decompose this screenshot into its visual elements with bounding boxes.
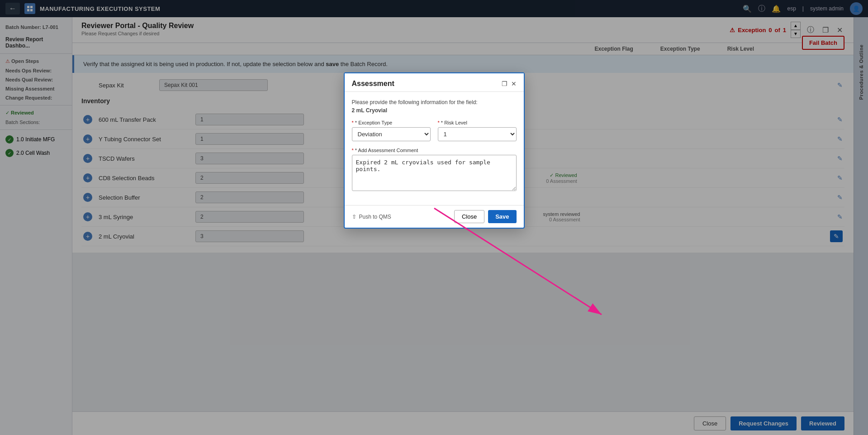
comment-textarea[interactable]: Expired 2 mL cryovials used for sample p… <box>352 155 517 191</box>
comment-group: * * Add Assessment Comment Expired 2 mL … <box>352 148 517 192</box>
modal-save-button[interactable]: Save <box>488 210 516 223</box>
form-row-1: * * Exception Type Deviation Out of Spec… <box>352 120 517 141</box>
upload-icon: ⇧ <box>352 214 356 220</box>
modal-footer-buttons: Close Save <box>454 210 517 223</box>
exception-type-group: * * Exception Type Deviation Out of Spec… <box>352 120 431 141</box>
modal-expand-btn[interactable]: ❐ <box>502 80 508 87</box>
modal-footer: ⇧ Push to QMS Close Save <box>345 205 524 228</box>
modal-header-icons: ❐ ✕ <box>502 80 517 87</box>
modal-header: Assessment ❐ ✕ <box>345 73 524 92</box>
risk-level-select[interactable]: 1 2 3 4 5 <box>438 127 517 141</box>
modal-close-button[interactable]: Close <box>454 210 484 223</box>
push-to-qms[interactable]: ⇧ Push to QMS <box>352 214 391 220</box>
push-qms-label: Push to QMS <box>359 214 391 220</box>
modal-description: Please provide the following information… <box>352 98 517 115</box>
risk-level-group: * * Risk Level 1 2 3 4 5 <box>438 120 517 141</box>
modal-body: Please provide the following information… <box>345 92 524 205</box>
modal-field-name: 2 mL Cryovial <box>352 107 387 114</box>
modal-desc-line1: Please provide the following information… <box>352 99 478 105</box>
modal-title: Assessment <box>352 80 394 88</box>
exception-type-select[interactable]: Deviation Out of Specification Observati… <box>352 127 431 141</box>
risk-level-label: * * Risk Level <box>438 120 517 125</box>
modal-overlay: Assessment ❐ ✕ Please provide the follow… <box>0 0 868 435</box>
assessment-modal: Assessment ❐ ✕ Please provide the follow… <box>344 72 525 229</box>
modal-close-btn[interactable]: ✕ <box>511 80 517 87</box>
exception-type-label: * * Exception Type <box>352 120 431 125</box>
comment-label: * * Add Assessment Comment <box>352 148 517 153</box>
